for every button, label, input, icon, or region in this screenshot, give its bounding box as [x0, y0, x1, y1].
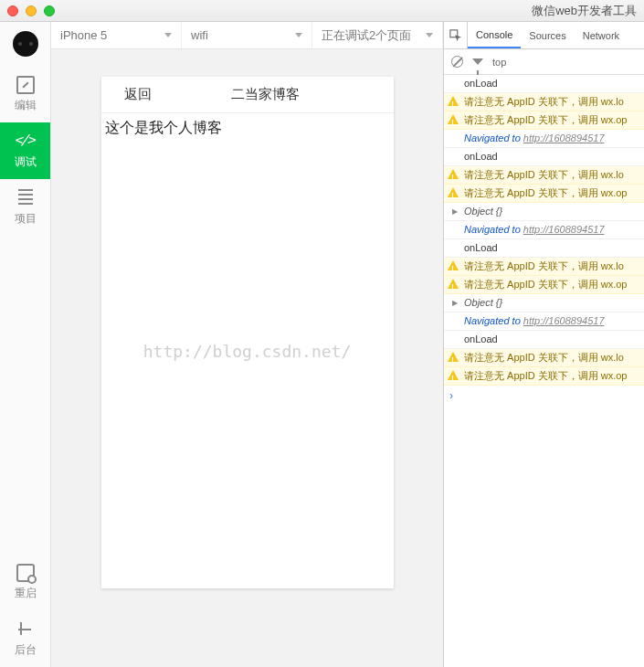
sidebar-item-edit[interactable]: 编辑	[0, 66, 50, 122]
device-select-value: iPhone 5	[60, 28, 107, 42]
console-row[interactable]: onLoad	[444, 75, 644, 93]
inspect-button[interactable]	[444, 22, 468, 48]
app-header: 返回 二当家博客	[101, 77, 394, 113]
scope-select[interactable]: top	[492, 57, 506, 68]
clear-console-icon[interactable]	[451, 56, 463, 68]
window-titlebar: 微信web开发者工具	[0, 0, 644, 22]
sidebar-item-label: 项目	[15, 211, 37, 227]
center-area: iPhone 5 wifi 正在调试2个页面 返回 二当家博客 这个是我个人博客…	[51, 22, 443, 667]
watermark: http://blog.csdn.net/	[143, 342, 352, 361]
tab-sources[interactable]: Sources	[521, 22, 574, 48]
console-row[interactable]: 请注意无 AppID 关联下，调用 wx.op	[444, 111, 644, 130]
sidebar-item-label: 重启	[15, 586, 37, 601]
console-row[interactable]: 请注意无 AppID 关联下，调用 wx.op	[444, 276, 644, 294]
page-select-value: 正在调试2个页面	[322, 27, 411, 44]
sidebar-item-debug[interactable]: 调试	[0, 122, 50, 179]
sidebar-item-project[interactable]: 项目	[0, 179, 50, 236]
console-prompt[interactable]: ›	[444, 386, 644, 407]
inspect-icon	[449, 29, 462, 42]
traffic-lights	[7, 5, 55, 16]
console-row[interactable]: onLoad	[444, 148, 644, 166]
debug-icon	[16, 132, 35, 151]
console-row[interactable]: Object {}	[444, 294, 644, 312]
console-row[interactable]: Navigated to http://1608894517	[444, 130, 644, 148]
chevron-down-icon	[426, 33, 433, 37]
tab-network[interactable]: Network	[575, 22, 628, 48]
console-row[interactable]: 请注意无 AppID 关联下，调用 wx.lo	[444, 166, 644, 185]
chevron-down-icon	[295, 33, 302, 37]
console-row[interactable]: 请注意无 AppID 关联下，调用 wx.op	[444, 185, 644, 203]
sidebar-item-restart[interactable]: 重启	[0, 554, 50, 610]
console-row[interactable]: 请注意无 AppID 关联下，调用 wx.op	[444, 367, 644, 386]
sidebar-item-label: 后台	[15, 642, 37, 658]
devtools-panel: Console Sources Network top onLoad请注意无 A…	[443, 22, 644, 667]
preview-viewport: 返回 二当家博客 这个是我个人博客 http://blog.csdn.net/	[51, 49, 443, 667]
console-row[interactable]: onLoad	[444, 239, 644, 258]
device-select[interactable]: iPhone 5	[51, 22, 182, 48]
console-row[interactable]: onLoad	[444, 331, 644, 349]
sidebar-item-label: 编辑	[15, 98, 37, 113]
close-window-button[interactable]	[7, 5, 18, 16]
sidebar: 编辑 调试 项目 重启 后台	[0, 22, 51, 667]
project-icon	[16, 189, 35, 207]
tab-console[interactable]: Console	[468, 22, 521, 48]
preview-toolbar: iPhone 5 wifi 正在调试2个页面	[51, 22, 443, 49]
avatar[interactable]	[13, 31, 38, 57]
backend-icon	[16, 620, 35, 639]
phone-frame: 返回 二当家博客 这个是我个人博客 http://blog.csdn.net/	[101, 77, 394, 588]
restart-icon	[16, 564, 35, 582]
network-select-value: wifi	[191, 28, 208, 42]
console-row[interactable]: 请注意无 AppID 关联下，调用 wx.lo	[444, 93, 644, 111]
window-title: 微信web开发者工具	[532, 3, 637, 19]
devtools-tabs: Console Sources Network	[444, 22, 644, 49]
console-row[interactable]: Navigated to http://1608894517	[444, 221, 644, 239]
network-select[interactable]: wifi	[182, 22, 312, 48]
sidebar-item-label: 调试	[15, 154, 37, 170]
console-row[interactable]: 请注意无 AppID 关联下，调用 wx.lo	[444, 349, 644, 367]
edit-icon	[16, 76, 35, 94]
sidebar-item-backend[interactable]: 后台	[0, 610, 50, 667]
back-button[interactable]: 返回	[101, 86, 174, 103]
console-filter-bar: top	[444, 49, 644, 75]
console-row[interactable]: Object {}	[444, 203, 644, 221]
console-row[interactable]: Navigated to http://1608894517	[444, 312, 644, 331]
page-content: 这个是我个人博客	[101, 113, 394, 143]
page-select[interactable]: 正在调试2个页面	[312, 22, 443, 48]
console-row[interactable]: 请注意无 AppID 关联下，调用 wx.lo	[444, 258, 644, 276]
maximize-window-button[interactable]	[44, 5, 55, 16]
page-title: 二当家博客	[174, 86, 394, 103]
minimize-window-button[interactable]	[26, 5, 37, 16]
filter-icon[interactable]	[472, 58, 483, 65]
console-log[interactable]: onLoad请注意无 AppID 关联下，调用 wx.lo请注意无 AppID …	[444, 75, 644, 667]
chevron-down-icon	[164, 33, 172, 37]
